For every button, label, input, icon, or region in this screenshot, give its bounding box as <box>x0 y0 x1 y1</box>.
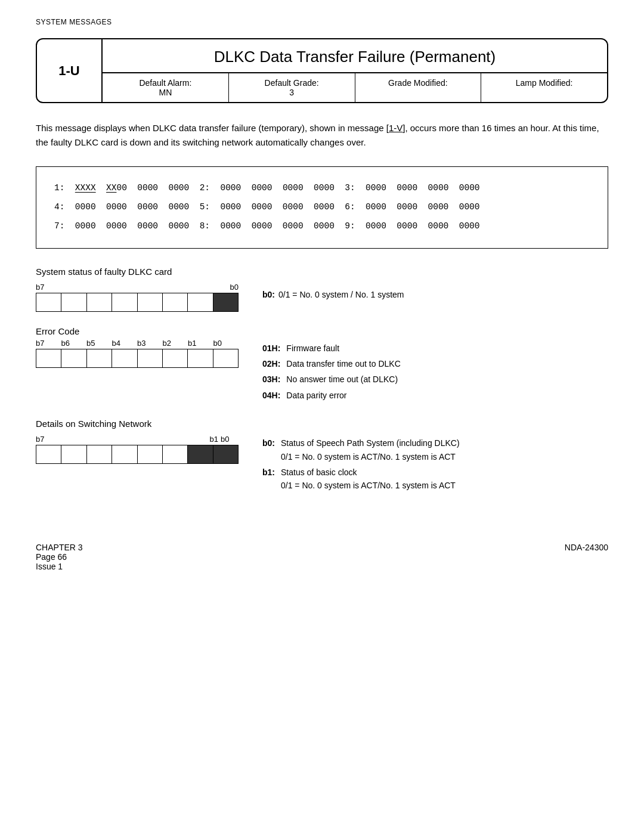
code-block: 1: XXXX XX00 0000 0000 2: 0000 0000 0000… <box>36 166 608 249</box>
b7-label: b7 <box>36 283 44 292</box>
ec-bit-6 <box>61 349 86 368</box>
col-default-grade-header: Default Grade: <box>237 78 346 88</box>
footer-chapter: CHAPTER 3 <box>36 543 83 552</box>
ec-bit-3 <box>137 349 162 368</box>
ec-bit-2 <box>162 349 187 368</box>
ec-b1: b1 <box>188 339 213 348</box>
ec-b0: b0 <box>213 339 239 348</box>
bit-box-2 <box>162 293 187 312</box>
b0-label: b0 <box>230 283 239 292</box>
footer-right: NDA-24300 <box>565 543 608 571</box>
01h-desc: Firmware fault <box>286 342 404 357</box>
system-status-boxes <box>36 293 239 312</box>
02h-desc: Data transfer time out to DLKC <box>286 357 404 373</box>
code-line-2: 4: 0000 0000 0000 0000 5: 0000 0000 0000… <box>54 198 590 217</box>
error-code-title: Error Code <box>36 326 262 336</box>
02h-code: 02H: <box>262 357 286 373</box>
ec-b6: b6 <box>61 339 87 348</box>
sn-b0-desc: Status of Speech Path System (including … <box>281 436 463 466</box>
col-default-alarm-value: MN <box>111 88 220 97</box>
col-default-alarm-header: Default Alarm: <box>111 78 220 88</box>
switching-network-right: b0: Status of Speech Path System (includ… <box>262 419 608 495</box>
title-box-right: DLKC Data Transfer Failure (Permanent) D… <box>103 39 607 102</box>
message-code: 1-U <box>37 39 103 102</box>
03h-desc: No answer time out (at DLKC) <box>286 373 404 388</box>
error-code-left: Error Code b7 b6 b5 b4 b3 b2 b1 b0 <box>36 326 262 368</box>
b0-desc: 0/1 = No. 0 system / No. 1 system <box>278 288 407 304</box>
ec-b5: b5 <box>86 339 112 348</box>
sn-bit-7 <box>36 445 61 464</box>
bit-box-6 <box>61 293 86 312</box>
sn-b1: b1 <box>199 435 221 444</box>
footer-left: CHAPTER 3 Page 66 Issue 1 <box>36 543 83 571</box>
ec-bit-5 <box>86 349 112 368</box>
ec-b4: b4 <box>112 339 138 348</box>
col-grade-modified: Grade Modified: <box>355 73 482 102</box>
switching-network-boxes <box>36 445 239 464</box>
title-box-columns: Default Alarm: MN Default Grade: 3 Grade… <box>103 73 607 102</box>
col-lamp-modified: Lamp Modified: <box>481 73 607 102</box>
error-code-right: 01H: Firmware fault 02H: Data transfer t… <box>262 326 608 405</box>
col-grade-modified-value <box>364 88 473 97</box>
error-code-boxes <box>36 349 239 368</box>
footer-page: Page 66 <box>36 552 83 562</box>
sn-bit-0 <box>213 445 239 464</box>
sn-bit-6 <box>61 445 86 464</box>
ec-b3: b3 <box>137 339 163 348</box>
footer-issue: Issue 1 <box>36 562 83 571</box>
bit-box-3 <box>137 293 162 312</box>
03h-code: 03H: <box>262 373 286 388</box>
col-lamp-modified-header: Lamp Modified: <box>490 78 599 88</box>
ec-b7: b7 <box>36 339 61 348</box>
04h-code: 04H: <box>262 389 286 404</box>
switching-network-title: Details on Switching Network <box>36 419 262 429</box>
sn-b0-code: b0: <box>262 436 281 466</box>
system-messages-header: SYSTEM MESSAGES <box>36 18 608 26</box>
error-code-section: Error Code b7 b6 b5 b4 b3 b2 b1 b0 01H: … <box>36 326 608 405</box>
04h-desc: Data parity error <box>286 389 404 404</box>
title-box: 1-U DLKC Data Transfer Failure (Permanen… <box>36 38 608 103</box>
switching-network-labels: b7 b1 b0 <box>36 435 239 444</box>
bit-box-7 <box>36 293 61 312</box>
switching-network-left: Details on Switching Network b7 b1 b0 <box>36 419 262 464</box>
message-title: DLKC Data Transfer Failure (Permanent) <box>103 39 607 73</box>
error-code-multi-labels: b7 b6 b5 b4 b3 b2 b1 b0 <box>36 339 239 348</box>
sn-b1-desc: Status of basic clock0/1 = No. 0 system … <box>281 466 463 495</box>
sn-bit-3 <box>137 445 162 464</box>
col-default-grade: Default Grade: 3 <box>229 73 355 102</box>
sn-bit-1 <box>187 445 212 464</box>
system-status-b7b0-labels: b7 b0 <box>36 283 239 292</box>
description-text: This message displays when DLKC data tra… <box>36 121 608 150</box>
system-status-right: b0: 0/1 = No. 0 system / No. 1 system <box>262 267 608 304</box>
message-link: 1-V <box>389 123 402 133</box>
b0-code: b0: <box>262 288 278 304</box>
system-status-section: System status of faulty DLKC card b7 b0 … <box>36 267 608 312</box>
system-status-title: System status of faulty DLKC card <box>36 267 262 277</box>
bit-box-4 <box>112 293 137 312</box>
ec-bit-7 <box>36 349 61 368</box>
ec-bit-0 <box>213 349 239 368</box>
bit-box-5 <box>86 293 112 312</box>
sn-bit-2 <box>162 445 187 464</box>
bit-box-1 <box>187 293 212 312</box>
col-lamp-modified-value <box>490 88 599 97</box>
sn-b0: b0 <box>221 435 239 444</box>
col-grade-modified-header: Grade Modified: <box>364 78 473 88</box>
footer: CHAPTER 3 Page 66 Issue 1 NDA-24300 <box>36 543 608 571</box>
sn-b1-code: b1: <box>262 466 281 495</box>
col-default-alarm: Default Alarm: MN <box>103 73 229 102</box>
sn-bit-5 <box>86 445 112 464</box>
ec-bit-4 <box>112 349 137 368</box>
01h-code: 01H: <box>262 342 286 357</box>
ec-bit-1 <box>187 349 212 368</box>
col-default-grade-value: 3 <box>237 88 346 97</box>
code-line-3: 7: 0000 0000 0000 0000 8: 0000 0000 0000… <box>54 217 590 236</box>
bit-box-0 <box>213 293 239 312</box>
ec-b2: b2 <box>163 339 188 348</box>
sn-b7: b7 <box>36 435 54 444</box>
sn-bit-4 <box>112 445 137 464</box>
code-line-1: 1: XXXX XX00 0000 0000 2: 0000 0000 0000… <box>54 179 590 198</box>
system-status-left: System status of faulty DLKC card b7 b0 <box>36 267 262 312</box>
switching-network-section: Details on Switching Network b7 b1 b0 b0… <box>36 419 608 495</box>
